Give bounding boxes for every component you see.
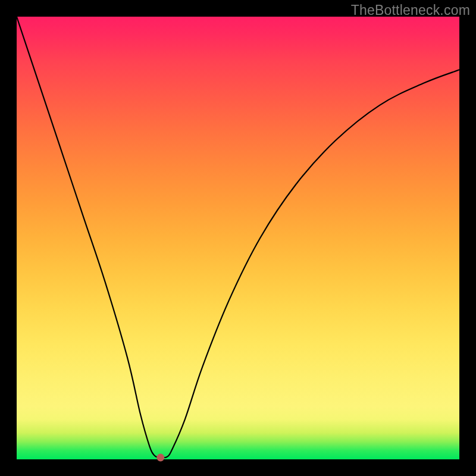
watermark-text: TheBottleneck.com	[351, 2, 470, 18]
curve-svg	[17, 17, 459, 459]
bottleneck-curve-path	[17, 17, 459, 458]
chart-frame: TheBottleneck.com	[0, 0, 476, 476]
plot-area	[17, 17, 459, 459]
minimum-marker	[156, 454, 164, 462]
